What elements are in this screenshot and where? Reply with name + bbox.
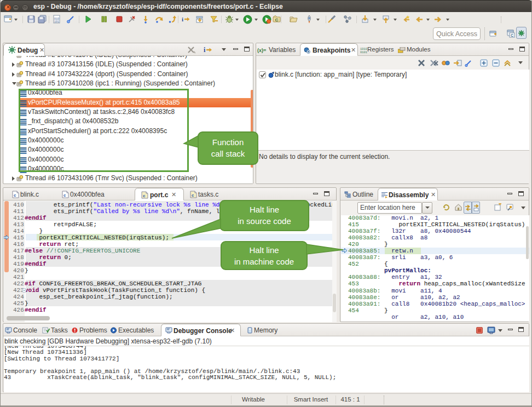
svg-text:101: 101 [54,20,59,24]
svg-text:C: C [275,18,279,22]
svg-text:c: c [14,193,16,198]
svg-text:i: i [182,16,183,22]
svg-text:c: c [63,193,66,198]
svg-text:C: C [511,33,513,37]
svg-text:0101: 0101 [360,51,367,54]
svg-text:c: c [143,193,146,198]
svg-text:c: c [192,193,194,198]
svg-text:i: i [204,46,206,54]
